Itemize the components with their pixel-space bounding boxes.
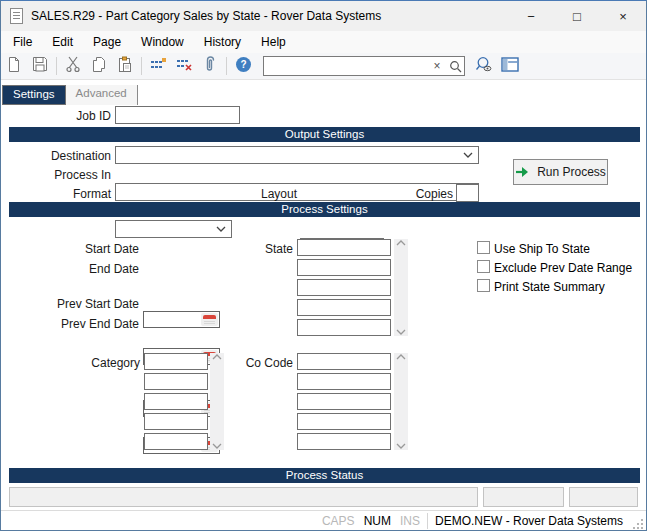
- start-date-input[interactable]: [143, 311, 220, 328]
- search-icon[interactable]: [446, 57, 464, 75]
- new-document-button[interactable]: [1, 54, 27, 78]
- status-bar: CAPS NUM INS DEMO.NEW - Rover Data Syste…: [1, 510, 646, 531]
- caps-indicator: CAPS: [322, 514, 355, 528]
- co-code-scrollbar[interactable]: [394, 353, 408, 450]
- layout-label: Layout: [191, 187, 297, 201]
- attachment-button[interactable]: [197, 54, 223, 78]
- delete-rows-icon: [176, 57, 193, 76]
- scroll-up-icon[interactable]: [395, 239, 407, 247]
- tab-advanced[interactable]: Advanced: [66, 85, 138, 105]
- menu-item-page[interactable]: Page: [83, 33, 131, 52]
- job-id-label: Job ID: [1, 109, 111, 123]
- job-id-input[interactable]: [115, 106, 240, 124]
- copies-label: Copies: [341, 187, 453, 201]
- copies-input[interactable]: [456, 184, 479, 202]
- copy-button[interactable]: [86, 54, 112, 78]
- tab-strip: Settings Advanced: [2, 85, 138, 105]
- new-document-icon: [6, 56, 22, 77]
- save-button[interactable]: [27, 54, 53, 78]
- toolbar: ? ×: [1, 53, 646, 80]
- maximize-button[interactable]: □: [554, 1, 600, 31]
- process-status-field-3: [569, 487, 638, 507]
- state-label: State: [181, 242, 293, 256]
- category-input-3[interactable]: [144, 393, 208, 410]
- co-code-input-2[interactable]: [297, 373, 391, 390]
- copy-icon: [91, 56, 107, 77]
- window-title: SALES.R29 - Part Category Sales by State…: [31, 9, 381, 23]
- scroll-down-icon[interactable]: [395, 442, 407, 450]
- scroll-down-icon[interactable]: [395, 328, 407, 336]
- save-icon: [32, 56, 48, 76]
- app-icon: [10, 8, 23, 24]
- print-state-summary-label[interactable]: Print State Summary: [494, 280, 605, 294]
- calendar-icon[interactable]: [201, 313, 218, 326]
- tab-settings[interactable]: Settings: [2, 85, 66, 105]
- start-date-label: Start Date: [1, 242, 139, 256]
- zoom-view-icon: [475, 56, 493, 77]
- state-input-2[interactable]: [297, 259, 391, 276]
- help-icon: ?: [235, 56, 252, 77]
- status-separator: [427, 513, 428, 529]
- cut-button[interactable]: [60, 54, 86, 78]
- co-code-input-4[interactable]: [297, 413, 391, 430]
- menu-item-history[interactable]: History: [194, 33, 251, 52]
- use-ship-to-state-label[interactable]: Use Ship To State: [494, 242, 590, 256]
- menu-item-help[interactable]: Help: [251, 33, 296, 52]
- category-input-4[interactable]: [144, 413, 208, 430]
- app-window: SALES.R29 - Part Category Sales by State…: [0, 0, 647, 531]
- process-status-message-field: [9, 487, 478, 507]
- run-arrow-icon: [515, 166, 530, 178]
- print-state-summary-checkbox[interactable]: [477, 279, 490, 292]
- category-input-2[interactable]: [144, 373, 208, 390]
- svg-text:?: ?: [240, 59, 246, 70]
- prev-end-date-label: Prev End Date: [1, 317, 139, 331]
- toolbar-separator: [226, 57, 227, 75]
- format-label: Format: [1, 187, 111, 201]
- paste-icon: [117, 56, 133, 77]
- use-ship-to-state-checkbox[interactable]: [477, 241, 490, 254]
- insert-rows-button[interactable]: [145, 54, 171, 78]
- help-button[interactable]: ?: [230, 54, 256, 78]
- scroll-down-icon[interactable]: [211, 442, 223, 450]
- process-in-label: Process In: [1, 168, 111, 182]
- toolbar-search: ×: [263, 56, 465, 76]
- menu-item-window[interactable]: Window: [131, 33, 194, 52]
- resize-grip[interactable]: [633, 519, 643, 529]
- destination-select[interactable]: [115, 146, 479, 164]
- destination-label: Destination: [1, 149, 111, 163]
- paste-button[interactable]: [112, 54, 138, 78]
- menu-item-file[interactable]: File: [3, 33, 42, 52]
- title-bar: SALES.R29 - Part Category Sales by State…: [1, 1, 646, 31]
- menu-bar: File Edit Page Window History Help: [1, 31, 646, 53]
- format-select[interactable]: [115, 220, 232, 238]
- end-date-label: End Date: [1, 262, 139, 276]
- co-code-input-3[interactable]: [297, 393, 391, 410]
- category-input-5[interactable]: [144, 433, 208, 450]
- zoom-view-button[interactable]: [471, 54, 497, 78]
- search-clear-icon[interactable]: ×: [428, 57, 446, 75]
- search-input[interactable]: [264, 58, 428, 74]
- prev-start-date-label: Prev Start Date: [1, 297, 139, 311]
- window-layout-icon: [501, 57, 519, 76]
- process-settings-header: Process Settings: [9, 202, 640, 217]
- state-input-5[interactable]: [297, 319, 391, 336]
- window-layout-button[interactable]: [497, 54, 523, 78]
- scroll-up-icon[interactable]: [395, 353, 407, 361]
- state-input-1[interactable]: [297, 239, 391, 256]
- toolbar-separator: [141, 57, 142, 75]
- state-input-4[interactable]: [297, 299, 391, 316]
- co-code-input-5[interactable]: [297, 433, 391, 450]
- minimize-button[interactable]: −: [508, 1, 554, 31]
- run-process-button[interactable]: Run Process: [513, 159, 608, 185]
- exclude-prev-date-range-label[interactable]: Exclude Prev Date Range: [494, 261, 632, 275]
- co-code-input-1[interactable]: [297, 353, 391, 370]
- insert-rows-icon: [150, 57, 167, 76]
- menu-item-edit[interactable]: Edit: [42, 33, 83, 52]
- state-input-3[interactable]: [297, 279, 391, 296]
- state-scrollbar[interactable]: [394, 239, 408, 336]
- output-settings-header: Output Settings: [9, 127, 640, 142]
- connection-label: DEMO.NEW - Rover Data Systems: [435, 514, 623, 528]
- close-button[interactable]: ×: [600, 1, 646, 31]
- exclude-prev-date-range-checkbox[interactable]: [477, 260, 490, 273]
- delete-rows-button[interactable]: [171, 54, 197, 78]
